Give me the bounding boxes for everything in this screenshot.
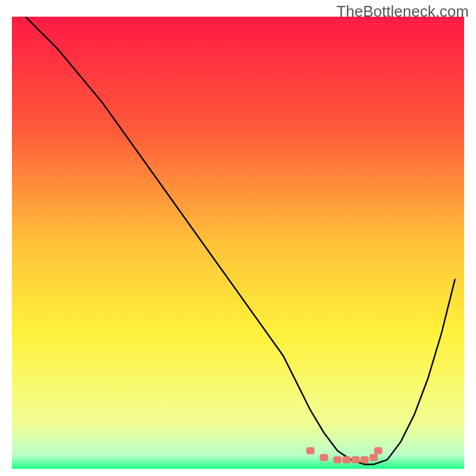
- highlight-point: [306, 447, 315, 455]
- highlight-point: [369, 454, 378, 461]
- highlight-point: [352, 456, 360, 464]
- highlight-point: [361, 456, 369, 464]
- highlight-point: [374, 447, 383, 455]
- highlight-point: [320, 454, 328, 461]
- highlight-points: [12, 17, 464, 469]
- highlight-point: [342, 456, 350, 464]
- highlight-point: [333, 456, 342, 464]
- chart-frame: [12, 17, 464, 469]
- watermark-text: TheBottleneck.com: [336, 2, 469, 21]
